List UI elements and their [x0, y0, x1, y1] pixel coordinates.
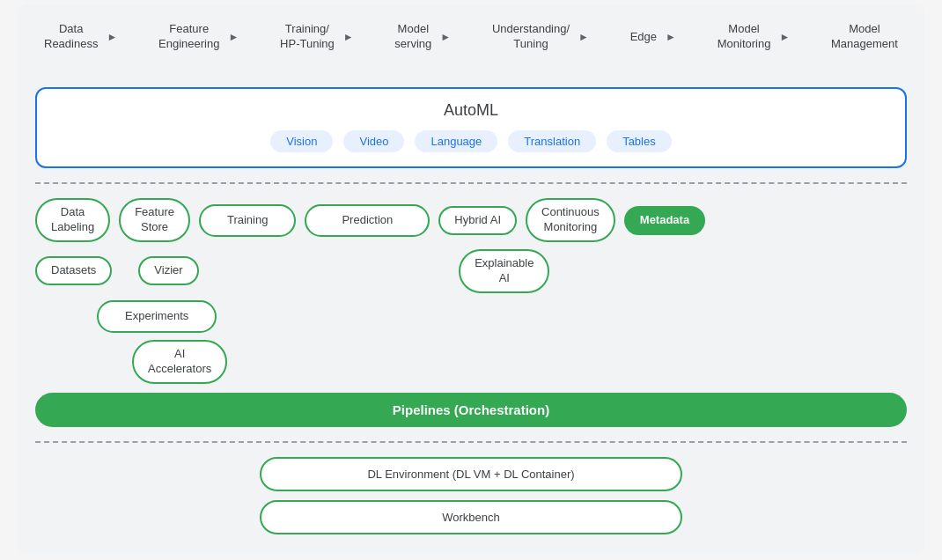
service-experiments: Experiments [97, 300, 217, 333]
service-ai-accelerators: AI Accelerators [132, 340, 227, 384]
service-hybrid-ai: Hybrid AI [438, 206, 517, 235]
service-training: Training [199, 204, 296, 237]
pipeline-step-model-monitoring: Model Monitoring ► [718, 22, 791, 52]
pipeline-bar: Data Readiness ► Feature Engineering ► T… [35, 22, 907, 52]
service-explainable-ai: Explainable AI [459, 249, 549, 293]
service-datasets: Datasets [35, 256, 112, 285]
service-vizier: Vizier [138, 256, 198, 285]
pipeline-step-data-readiness: Data Readiness ► [44, 22, 117, 52]
pipeline-step-edge: Edge ► [630, 30, 676, 45]
services-row2: Datasets Vizier Explainable AI [35, 249, 907, 293]
pipeline-step-training-hp: Training/ HP-Tuning ► [280, 22, 354, 52]
chip-vision: Vision [270, 130, 333, 152]
services-section: Data Labeling Feature Store Training Pre… [35, 198, 907, 426]
service-metadata: Metadata [624, 206, 705, 235]
arrow-icon-3: ► [343, 31, 354, 43]
bottom-workbench: Workbench [260, 500, 682, 534]
service-data-labeling: Data Labeling [35, 198, 110, 242]
pipeline-step-model-serving: Model serving ► [394, 22, 451, 52]
chip-language: Language [415, 130, 497, 152]
chip-video: Video [343, 130, 404, 152]
arrow-icon-1: ► [107, 31, 117, 43]
bottom-section: DL Environment (DL VM + DL Container) Wo… [35, 457, 907, 534]
dashed-separator-bottom [35, 441, 907, 443]
pipeline-step-feature-engineering: Feature Engineering ► [158, 22, 239, 52]
arrow-icon-7: ► [779, 31, 790, 43]
arrow-icon-6: ► [666, 31, 676, 43]
chip-tables: Tables [607, 130, 672, 152]
pipeline-step-understanding: Understanding/ Tuning ► [492, 22, 589, 52]
arrow-icon-2: ► [228, 31, 239, 43]
bottom-dl-environment: DL Environment (DL VM + DL Container) [260, 457, 682, 491]
services-row4: AI Accelerators [35, 340, 907, 384]
content-area: AutoML Vision Video Language Translation… [35, 87, 907, 534]
services-row3: Experiments [35, 300, 907, 333]
diagram-container: Data Readiness ► Feature Engineering ► T… [18, 4, 924, 555]
pipelines-bar: Pipelines (Orchestration) [35, 393, 907, 427]
pipeline-step-model-management: Model Management [831, 22, 898, 52]
chip-translation: Translation [508, 130, 596, 152]
services-row1: Data Labeling Feature Store Training Pre… [35, 198, 907, 242]
automl-title: AutoML [55, 101, 887, 120]
automl-chips: Vision Video Language Translation Tables [55, 130, 887, 152]
arrow-icon-5: ► [578, 31, 589, 43]
dashed-separator-top [35, 182, 907, 184]
arrow-icon-4: ► [440, 31, 451, 43]
service-prediction: Prediction [305, 204, 430, 237]
automl-section: AutoML Vision Video Language Translation… [35, 87, 907, 168]
service-feature-store: Feature Store [119, 198, 190, 242]
service-continuous-monitoring: Continuous Monitoring [526, 198, 615, 242]
